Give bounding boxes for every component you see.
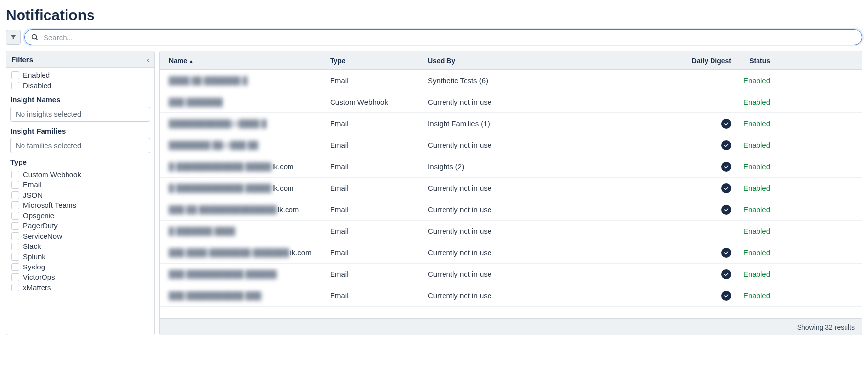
filter-type-item[interactable]: PagerDuty (10, 221, 150, 231)
insight-names-select[interactable]: No insights selected (10, 107, 150, 122)
table-row[interactable]: ███ ███████████ ███EmailCurrently not in… (160, 285, 862, 307)
checkbox-label: xMatters (23, 283, 51, 291)
filter-state-disabled[interactable]: Disabled (10, 80, 150, 90)
check-circle-icon (721, 291, 731, 301)
table-body[interactable]: ████ ██ ███████ █EmailSynthetic Tests (6… (160, 70, 862, 318)
checkbox-label: Custom Webhook (23, 170, 81, 178)
filters-header: Filters ‹ (6, 51, 154, 68)
cell-type: Email (330, 205, 428, 214)
col-header-status[interactable]: Status (731, 57, 770, 65)
cell-type: Email (330, 227, 428, 235)
checkbox-icon (11, 263, 19, 271)
checkbox-icon (11, 181, 19, 189)
checkbox-label: Slack (23, 242, 41, 250)
checkbox-icon (11, 253, 19, 261)
checkbox-icon (11, 82, 19, 89)
cell-used-by: Currently not in use (428, 98, 672, 106)
checkbox-label: Opsgenie (23, 211, 54, 220)
checkbox-icon (11, 212, 19, 220)
checkbox-label: Disabled (23, 81, 51, 89)
table-row[interactable]: ████████ ██@███ ██EmailCurrently not in … (160, 134, 862, 156)
insight-families-select[interactable]: No families selected (10, 138, 150, 153)
checkbox-icon (11, 232, 19, 240)
checkbox-label: Microsoft Teams (23, 201, 76, 209)
table-row[interactable]: ███ ████ ████████ ███████ik.comEmailCurr… (160, 242, 862, 264)
cell-status: Enabled (731, 98, 770, 106)
cell-name: █ ███████ ████ (169, 227, 330, 235)
filter-type-item[interactable]: Microsoft Teams (10, 200, 150, 210)
checkbox-label: Splunk (23, 252, 45, 261)
cell-daily-digest (672, 140, 731, 150)
check-circle-icon (721, 140, 731, 150)
checkbox-icon (11, 243, 19, 250)
col-header-used-by[interactable]: Used By (428, 57, 672, 65)
cell-daily-digest (672, 291, 731, 301)
svg-line-1 (36, 38, 37, 40)
filter-section-insight-families: Insight Families (10, 127, 150, 135)
filter-type-item[interactable]: Slack (10, 241, 150, 251)
filter-type-item[interactable]: xMatters (10, 282, 150, 292)
cell-type: Email (330, 248, 428, 257)
cell-name: ████████████@████ █ (169, 119, 330, 128)
filter-type-item[interactable]: Custom Webhook (10, 169, 150, 179)
checkbox-label: JSON (23, 191, 43, 199)
filter-type-item[interactable]: JSON (10, 190, 150, 200)
cell-name: █ █████████████ █████lk.com (169, 162, 330, 171)
table-row[interactable]: █ █████████████ █████lk.comEmailInsights… (160, 156, 862, 178)
notifications-table: Name▲ Type Used By Daily Digest Status █… (159, 51, 862, 335)
filter-state-enabled[interactable]: Enabled (10, 70, 150, 80)
col-header-type[interactable]: Type (330, 57, 428, 65)
cell-name: ███ ██ ███████████████lk.com (169, 205, 330, 214)
search-field-wrap[interactable] (24, 29, 862, 45)
table-row[interactable]: ████████████@████ █EmailInsight Families… (160, 113, 862, 134)
search-icon (31, 33, 39, 41)
table-header-row: Name▲ Type Used By Daily Digest Status (160, 51, 862, 70)
cell-type: Email (330, 119, 428, 128)
cell-used-by: Currently not in use (428, 205, 672, 214)
cell-status: Enabled (731, 205, 770, 214)
cell-used-by: Synthetic Tests (6) (428, 76, 672, 85)
filter-toggle-button[interactable] (6, 30, 21, 45)
table-row[interactable]: ███ ███████████ ██████EmailCurrently not… (160, 264, 862, 285)
cell-status: Enabled (731, 227, 770, 235)
table-row[interactable]: █ ███████ ████EmailCurrently not in useE… (160, 221, 862, 242)
checkbox-label: PagerDuty (23, 222, 58, 230)
checkbox-icon (11, 171, 19, 178)
svg-point-0 (32, 35, 37, 39)
checkbox-label: Enabled (23, 71, 50, 79)
cell-used-by: Currently not in use (428, 270, 672, 278)
cell-name: ████████ ██@███ ██ (169, 141, 330, 149)
filter-type-item[interactable]: VictorOps (10, 272, 150, 282)
checkbox-label: VictorOps (23, 273, 55, 281)
cell-used-by: Currently not in use (428, 291, 672, 300)
check-circle-icon (721, 162, 731, 172)
table-row[interactable]: ███ ███████Custom WebhookCurrently not i… (160, 91, 862, 113)
col-header-name[interactable]: Name▲ (169, 57, 330, 65)
search-input[interactable] (43, 33, 856, 42)
sort-asc-icon: ▲ (188, 58, 194, 64)
col-header-daily-digest[interactable]: Daily Digest (672, 57, 731, 65)
cell-name: ███ ███████████ ██████ (169, 270, 330, 278)
cell-name: ███ ████ ████████ ███████ik.com (169, 248, 330, 257)
cell-type: Email (330, 162, 428, 171)
cell-used-by: Currently not in use (428, 248, 672, 257)
cell-type: Email (330, 270, 428, 278)
cell-used-by: Currently not in use (428, 227, 672, 235)
filter-type-item[interactable]: Opsgenie (10, 210, 150, 221)
cell-daily-digest (672, 119, 731, 129)
table-row[interactable]: ███ ██ ███████████████lk.comEmailCurrent… (160, 199, 862, 221)
check-circle-icon (721, 205, 731, 215)
table-row[interactable]: █ █████████████ █████lk.comEmailCurrentl… (160, 178, 862, 199)
search-row (6, 29, 862, 45)
cell-used-by: Insight Families (1) (428, 119, 672, 128)
filter-type-item[interactable]: Syslog (10, 262, 150, 272)
cell-daily-digest (672, 248, 731, 258)
cell-status: Enabled (731, 76, 770, 85)
filter-type-item[interactable]: Splunk (10, 251, 150, 262)
filters-collapse-button[interactable]: ‹ (147, 56, 149, 64)
checkbox-icon (11, 191, 19, 199)
table-row[interactable]: ████ ██ ███████ █EmailSynthetic Tests (6… (160, 70, 862, 91)
checkbox-icon (11, 284, 19, 291)
filter-type-item[interactable]: ServiceNow (10, 231, 150, 241)
filter-type-item[interactable]: Email (10, 179, 150, 190)
